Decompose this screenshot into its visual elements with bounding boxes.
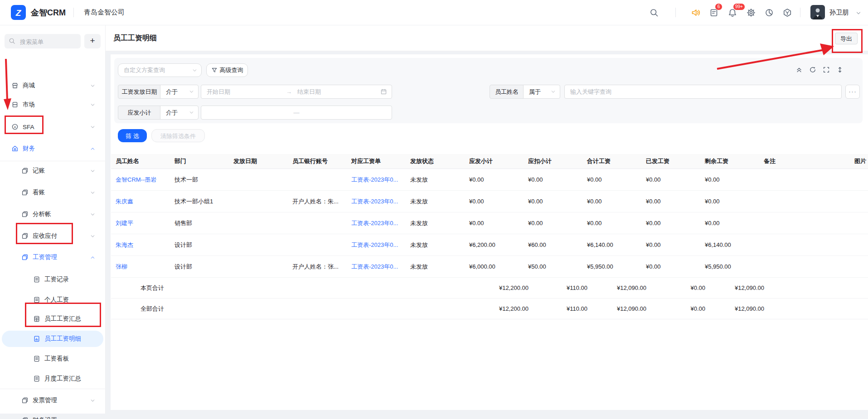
sidebar-item-发票管理[interactable]: 发票管理: [0, 392, 105, 409]
salary-sheet-link[interactable]: 工资表-2023年0...: [347, 212, 406, 234]
table-cell: 技术一部小组1: [170, 191, 229, 212]
store-icon: [11, 82, 19, 89]
filter-submit-button[interactable]: 筛 选: [118, 129, 147, 142]
collapse-up-icon[interactable]: [795, 66, 803, 73]
sidebar-item-label: SFA: [23, 124, 34, 130]
amount-range-input[interactable]: —: [201, 106, 392, 120]
employee-name-link[interactable]: 刘建平: [111, 212, 170, 234]
salary-sheet-link[interactable]: 工资表-2023年0...: [347, 169, 406, 190]
table-cell: ¥0.00: [465, 169, 524, 190]
table-cell: 开户人姓名：朱...: [288, 191, 347, 212]
sidebar-search[interactable]: [5, 34, 81, 48]
custom-scheme-select[interactable]: 自定义方案查询: [118, 63, 202, 77]
chevron-down-icon: [90, 83, 95, 88]
table-cell: ¥0.00: [465, 191, 524, 212]
sidebar-item-SFA[interactable]: ASFA: [0, 119, 105, 135]
advanced-query-button[interactable]: 高级查询: [206, 63, 248, 77]
settings-gear-icon[interactable]: [747, 8, 756, 17]
start-date-placeholder: 开始日期: [207, 85, 230, 98]
column-header-5: 对应工资单: [347, 154, 406, 169]
chevron-down-icon: [189, 89, 194, 94]
sidebar-item-商城[interactable]: 商城: [0, 77, 105, 94]
announcement-speaker-icon[interactable]: [691, 8, 700, 17]
table-body: 金智CRM--墨岩技术一部工资表-2023年0...未发放¥0.00¥0.00¥…: [111, 169, 868, 319]
table-cell: 销售部: [170, 212, 229, 234]
table-cell: [850, 169, 868, 190]
chevron-down-icon: [192, 68, 197, 73]
workbench-shield-icon[interactable]: [783, 8, 792, 17]
salary-sheet-link[interactable]: 工资表-2023年0...: [347, 256, 406, 277]
sidebar-item-财务[interactable]: 财务: [0, 140, 105, 157]
salary-table: 员工姓名部门发放日期员工银行账号对应工资单发放状态应发小计应扣小计合计工资已发工…: [111, 154, 868, 319]
summary-label: 本页合计: [111, 278, 465, 298]
sidebar-item-记账[interactable]: 记账: [0, 163, 105, 179]
table-cell: 未发放: [406, 234, 465, 255]
svg-text:Z: Z: [15, 8, 22, 18]
export-button[interactable]: 导出: [835, 33, 858, 44]
table-cell: 设计部: [170, 234, 229, 255]
table-cell: ¥6,140.00: [700, 234, 759, 255]
user-menu-chevron-down-icon[interactable]: [856, 10, 861, 16]
module-icon: [21, 211, 29, 218]
sidebar-item-label: 员工工资汇总: [44, 315, 81, 323]
sidebar-item-员工工资汇总[interactable]: 员工工资汇总: [0, 311, 105, 327]
search-icon[interactable]: [650, 8, 659, 17]
row-height-icon[interactable]: [836, 66, 844, 73]
employee-name-link[interactable]: 朱海杰: [111, 234, 170, 255]
salary-sheet-link[interactable]: 工资表-2023年0...: [347, 191, 406, 212]
user-avatar[interactable]: [810, 5, 825, 19]
sidebar-item-工资看板[interactable]: 工资看板: [0, 351, 105, 367]
table-cell: ¥6,000.00: [465, 256, 524, 277]
sidebar-item-分析帐[interactable]: 分析帐: [0, 206, 105, 222]
table-cell: [850, 234, 868, 255]
column-header-10: 已发工资: [641, 154, 700, 169]
sidebar-item-市场[interactable]: 市场: [0, 96, 105, 113]
date-range-input[interactable]: 开始日期 → 结束日期: [201, 85, 392, 99]
usage-pie-icon[interactable]: [765, 8, 774, 17]
more-options-button[interactable]: ···: [845, 85, 860, 99]
salary-sheet-link[interactable]: 工资表-2023年0...: [347, 234, 406, 255]
sfa-icon: A: [11, 123, 19, 130]
sidebar-item-看账[interactable]: 看账: [0, 184, 105, 201]
table-cell: ¥0.00: [700, 169, 759, 190]
sidebar-divider: [0, 389, 105, 389]
filter-operator-select[interactable]: 介于: [160, 106, 199, 120]
filter-operator-select[interactable]: 属于: [523, 85, 560, 99]
topbar-divider: [800, 8, 800, 17]
column-header-3: 发放日期: [229, 154, 288, 169]
sidebar-item-月度工资汇总[interactable]: 月度工资汇总: [0, 371, 105, 387]
summary-row: 本页合计¥12,200.00¥110.00¥12,090.00¥0.00¥12,…: [111, 278, 868, 299]
keyword-search-input[interactable]: [565, 85, 841, 98]
filter-operator-select[interactable]: 介于: [160, 85, 199, 99]
sidebar-item-工资管理[interactable]: 工资管理: [0, 249, 105, 265]
table-cell: ¥0.00: [641, 212, 700, 234]
sidebar-item-label: 市场: [23, 101, 35, 109]
table-cell: ¥6,200.00: [465, 234, 524, 255]
table-cell: ¥0.00: [582, 212, 641, 234]
sidebar-search-input[interactable]: [19, 34, 79, 49]
table-cell: 设计部: [170, 256, 229, 277]
sidebar-item-财务设置[interactable]: 财务设置: [0, 412, 105, 419]
employee-name-link[interactable]: 张柳: [111, 256, 170, 277]
clear-filter-button[interactable]: 清除筛选条件: [151, 129, 205, 142]
sidebar-item-应收应付[interactable]: 应收应付: [0, 228, 105, 244]
table-cell: ¥60.00: [524, 234, 582, 255]
company-name: 青岛金智公司: [84, 8, 125, 17]
notification-badge: 99+: [733, 3, 745, 10]
employee-name-link[interactable]: 朱庆鑫: [111, 191, 170, 212]
user-name[interactable]: 孙卫朋: [829, 9, 849, 17]
fullscreen-icon[interactable]: [823, 66, 830, 73]
operator-value: 介于: [166, 88, 178, 95]
range-arrow: →: [286, 85, 292, 98]
chevron-down-icon: [551, 89, 556, 94]
employee-name-link[interactable]: 金智CRM--墨岩: [111, 169, 170, 190]
search-icon: [9, 38, 15, 44]
add-menu-button[interactable]: +: [84, 34, 101, 48]
refresh-icon[interactable]: [809, 66, 816, 73]
sidebar-item-员工工资明细[interactable]: 员工工资明细: [2, 331, 103, 347]
table-cell: ¥0.00: [641, 234, 700, 255]
column-header-13: 图片: [850, 154, 868, 169]
sidebar-item-工资记录[interactable]: 工资记录: [0, 271, 105, 288]
column-header-9: 合计工资: [582, 154, 641, 169]
sidebar-item-个人工资[interactable]: 个人工资: [0, 292, 105, 308]
